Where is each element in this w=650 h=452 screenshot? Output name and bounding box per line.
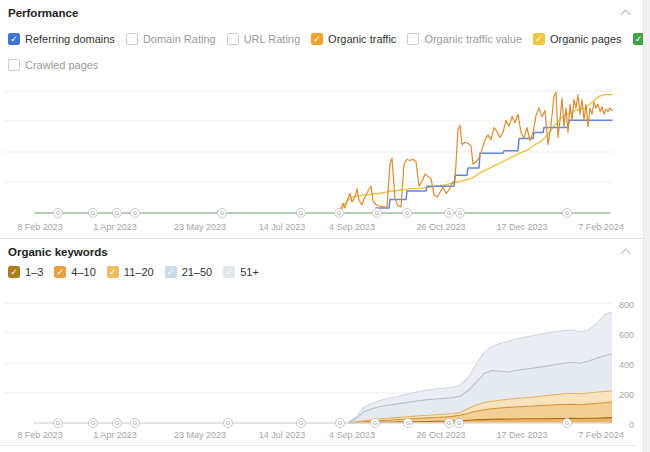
- svg-text:1 Apr 2023: 1 Apr 2023: [93, 430, 137, 440]
- svg-text:G: G: [56, 210, 61, 216]
- svg-text:23 May 2023: 23 May 2023: [174, 222, 226, 232]
- organic-keywords-chart-svg: 8006004002000GGGGGGGGGGGG8 Feb 20231 Apr…: [0, 291, 650, 452]
- svg-text:23 May 2023: 23 May 2023: [174, 430, 226, 440]
- filter-checkbox-organic-pages[interactable]: ✓Organic pages: [533, 33, 622, 45]
- svg-text:17 Dec 2023: 17 Dec 2023: [496, 430, 547, 440]
- checkbox-icon: [126, 33, 138, 45]
- filter-checkbox-domain-rating[interactable]: Domain Rating: [126, 33, 216, 45]
- checkbox-label: Crawled pages: [25, 59, 98, 71]
- checkbox-icon: [227, 33, 239, 45]
- svg-text:G: G: [115, 210, 120, 216]
- checkbox-label: 11–20: [124, 266, 154, 278]
- checkbox-icon: ✓: [165, 266, 177, 278]
- checkbox-icon: ✓: [107, 266, 119, 278]
- keywords-filter-row: ✓1–3✓4–10✓11–20✓21–50✓51+: [8, 266, 259, 278]
- svg-text:200: 200: [619, 390, 634, 400]
- checkbox-icon: [8, 59, 20, 71]
- svg-text:0: 0: [629, 420, 634, 430]
- svg-text:G: G: [447, 210, 452, 216]
- checkbox-label: Referring domains: [25, 33, 115, 45]
- checkbox-label: 51+: [240, 266, 259, 278]
- svg-text:7 Feb 2024: 7 Feb 2024: [578, 222, 624, 232]
- svg-text:17 Dec 2023: 17 Dec 2023: [496, 222, 547, 232]
- filter-checkbox-51plus[interactable]: ✓51+: [223, 266, 259, 278]
- vertical-scrollbar[interactable]: [643, 0, 650, 452]
- svg-text:G: G: [337, 210, 342, 216]
- filter-checkbox-crawled-pages[interactable]: Crawled pages: [8, 59, 98, 71]
- checkbox-icon: ✓: [8, 33, 20, 45]
- collapse-chevron-up-icon[interactable]: [619, 245, 633, 259]
- svg-text:G: G: [565, 420, 570, 426]
- checkbox-label: 4–10: [71, 266, 95, 278]
- filter-checkbox-referring-domains[interactable]: ✓Referring domains: [8, 33, 115, 45]
- filter-checkbox-url-rating[interactable]: URL Rating: [227, 33, 300, 45]
- checkbox-label: Organic traffic value: [424, 33, 522, 45]
- svg-text:G: G: [565, 210, 570, 216]
- svg-text:G: G: [406, 420, 411, 426]
- svg-text:G: G: [447, 420, 452, 426]
- filter-checkbox-organic-traffic[interactable]: ✓Organic traffic: [311, 33, 396, 45]
- svg-text:G: G: [220, 210, 225, 216]
- svg-text:G: G: [375, 210, 380, 216]
- svg-text:1 Apr 2023: 1 Apr 2023: [93, 222, 137, 232]
- svg-text:G: G: [299, 210, 304, 216]
- svg-text:G: G: [91, 420, 96, 426]
- svg-text:G: G: [226, 420, 231, 426]
- organic-keywords-panel-title: Organic keywords: [8, 246, 108, 258]
- performance-filter-row-2: Crawled pages: [8, 59, 98, 71]
- organic-keywords-chart[interactable]: 8006004002000GGGGGGGGGGGG8 Feb 20231 Apr…: [0, 291, 650, 452]
- svg-text:4 Sep 2023: 4 Sep 2023: [329, 430, 375, 440]
- svg-text:G: G: [338, 420, 343, 426]
- checkbox-label: 1–3: [25, 266, 43, 278]
- checkbox-icon: ✓: [8, 266, 20, 278]
- svg-text:800: 800: [619, 300, 634, 310]
- checkbox-label: URL Rating: [244, 33, 300, 45]
- svg-text:G: G: [115, 420, 120, 426]
- filter-checkbox-1-3[interactable]: ✓1–3: [8, 266, 43, 278]
- checkbox-label: Organic traffic: [328, 33, 396, 45]
- performance-chart-svg: GGGGGGGGGGGG8 Feb 20231 Apr 202323 May 2…: [0, 84, 650, 236]
- performance-chart[interactable]: GGGGGGGGGGGG8 Feb 20231 Apr 202323 May 2…: [0, 84, 650, 236]
- filter-checkbox-11-20[interactable]: ✓11–20: [107, 266, 154, 278]
- performance-panel-title: Performance: [8, 7, 78, 19]
- svg-text:7 Feb 2024: 7 Feb 2024: [578, 430, 624, 440]
- svg-text:G: G: [405, 210, 410, 216]
- organic-keywords-panel: Organic keywords ✓1–3✓4–10✓11–20✓21–50✓5…: [0, 238, 643, 452]
- panel-bottom-divider: [0, 445, 636, 446]
- checkbox-icon: ✓: [533, 33, 545, 45]
- checkbox-icon: ✓: [54, 266, 66, 278]
- svg-text:400: 400: [619, 360, 634, 370]
- svg-text:G: G: [133, 420, 138, 426]
- filter-checkbox-organic-traffic-value[interactable]: Organic traffic value: [407, 33, 522, 45]
- svg-text:G: G: [133, 210, 138, 216]
- checkbox-icon: [407, 33, 419, 45]
- checkbox-icon: ✓: [223, 266, 235, 278]
- svg-text:G: G: [299, 420, 304, 426]
- svg-text:4 Sep 2023: 4 Sep 2023: [329, 222, 375, 232]
- svg-text:26 Oct 2023: 26 Oct 2023: [416, 222, 465, 232]
- svg-text:600: 600: [619, 330, 634, 340]
- collapse-chevron-up-icon[interactable]: [619, 6, 633, 20]
- performance-filter-row-1: ✓Referring domainsDomain RatingURL Ratin…: [8, 33, 650, 45]
- checkbox-label: Domain Rating: [143, 33, 216, 45]
- svg-text:8 Feb 2023: 8 Feb 2023: [17, 430, 63, 440]
- svg-text:G: G: [56, 420, 61, 426]
- filter-checkbox-21-50[interactable]: ✓21–50: [165, 266, 213, 278]
- performance-panel: Performance ✓Referring domainsDomain Rat…: [0, 0, 643, 238]
- svg-text:G: G: [373, 420, 378, 426]
- svg-text:G: G: [457, 420, 462, 426]
- svg-text:G: G: [458, 210, 463, 216]
- svg-text:14 Jul 2023: 14 Jul 2023: [259, 222, 306, 232]
- checkbox-label: 21–50: [182, 266, 213, 278]
- checkbox-label: Organic pages: [550, 33, 622, 45]
- svg-text:26 Oct 2023: 26 Oct 2023: [416, 430, 465, 440]
- checkbox-icon: ✓: [311, 33, 323, 45]
- svg-text:8 Feb 2023: 8 Feb 2023: [17, 222, 63, 232]
- svg-text:14 Jul 2023: 14 Jul 2023: [259, 430, 306, 440]
- svg-text:G: G: [91, 210, 96, 216]
- filter-checkbox-4-10[interactable]: ✓4–10: [54, 266, 95, 278]
